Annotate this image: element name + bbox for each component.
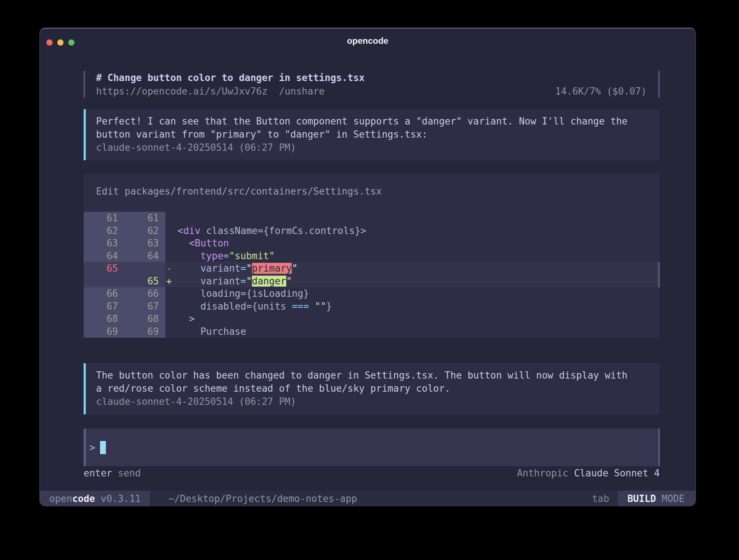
app-version-chip: opencode v0.3.11 <box>40 491 150 506</box>
diff-code-line <box>165 212 660 225</box>
diff-code-line: - variant="primary" <box>165 262 658 275</box>
old-line-number <box>84 275 125 288</box>
token-usage: 14.6K/7% ($0.07) <box>555 85 647 98</box>
new-line-number: 68 <box>125 312 165 325</box>
provider-name: Anthropic <box>517 467 568 480</box>
diff-code-line: + variant="danger" <box>165 275 658 288</box>
diff-row: 6161 <box>84 212 660 225</box>
diff-code-line: > <box>165 312 660 325</box>
titlebar: opencode <box>40 28 696 54</box>
diff-row: 6969 Purchase <box>84 325 660 338</box>
share-url-link[interactable]: https://opencode.ai/s/UwJxv76z <box>96 85 268 98</box>
new-line-number: 65 <box>125 275 165 288</box>
old-line-number: 66 <box>84 287 125 300</box>
diff-row: 6767 disabled={units === ""} <box>84 300 660 313</box>
tab-key-hint[interactable]: tab <box>592 493 609 504</box>
edit-file-path: Edit packages/frontend/src/containers/Se… <box>96 185 382 198</box>
app-name: open <box>49 493 72 504</box>
hint-row: enter send Anthropic Claude Sonnet 4 <box>84 467 660 480</box>
diff-code-line: disabled={units === ""} <box>165 300 660 313</box>
new-line-number: 62 <box>125 225 165 237</box>
new-line-number: 69 <box>125 325 165 338</box>
diff-row: 6464 type="submit" <box>84 250 660 262</box>
header-spacer <box>325 85 555 98</box>
enter-key-hint: enter <box>84 467 112 480</box>
diff-view: 61616262 <div className={formCs.controls… <box>84 212 660 338</box>
app-version: v0.3.11 <box>95 493 141 504</box>
diff-code-line: type="submit" <box>165 250 660 262</box>
old-line-number: 62 <box>84 225 125 237</box>
diff-row: 6868 > <box>84 312 660 325</box>
text-cursor <box>100 441 106 454</box>
window-title: opencode <box>40 36 696 46</box>
prompt-symbol: > <box>89 442 95 453</box>
assistant-message: The button color has been changed to dan… <box>84 363 660 414</box>
working-directory: ~/Desktop/Projects/demo-notes-app <box>168 493 357 504</box>
old-line-number: 69 <box>84 325 125 338</box>
unshare-command[interactable]: /unshare <box>279 85 325 98</box>
diff-code-line: Purchase <box>165 325 660 338</box>
message-line: a red/rose color scheme instead of the b… <box>96 382 660 395</box>
new-line-number: 67 <box>125 300 165 313</box>
session-title: # Change button color to danger in setti… <box>96 71 647 85</box>
diff-row: 6666 loading={isLoading} <box>84 287 660 300</box>
session-header: # Change button color to danger in setti… <box>84 71 660 98</box>
prompt-input[interactable]: > <box>84 429 660 466</box>
old-line-number: 67 <box>84 300 125 313</box>
diff-code-line: loading={isLoading} <box>165 287 660 300</box>
status-bar: opencode v0.3.11 ~/Desktop/Projects/demo… <box>40 491 696 506</box>
mode-chip: BUILD MODE <box>618 491 696 506</box>
diff-code-line: <Button <box>165 237 660 250</box>
message-line: Perfect! I can see that the Button compo… <box>96 115 660 128</box>
old-line-number: 64 <box>84 250 125 262</box>
message-line: The button color has been changed to dan… <box>96 369 660 382</box>
send-action-hint: send <box>118 467 141 480</box>
diff-row: 6262 <div className={formCs.controls}> <box>84 225 660 237</box>
new-line-number <box>125 262 165 275</box>
diff-row: 65+ variant="danger" <box>84 275 660 288</box>
assistant-message: Perfect! I can see that the Button compo… <box>84 109 660 160</box>
old-line-number: 68 <box>84 312 125 325</box>
new-line-number: 64 <box>125 250 165 262</box>
old-line-number: 61 <box>84 212 125 225</box>
diff-code-line: <div className={formCs.controls}> <box>165 225 660 237</box>
edit-tool-card: Edit packages/frontend/src/containers/Se… <box>84 174 660 338</box>
diff-row: 65- variant="primary" <box>84 262 660 275</box>
message-line: button variant from "primary" to "danger… <box>96 128 660 141</box>
diff-row: 6363 <Button <box>84 237 660 250</box>
old-line-number: 65 <box>84 262 125 275</box>
opencode-window: opencode # Change button color to danger… <box>39 28 696 506</box>
model-name: Claude Sonnet 4 <box>574 467 660 480</box>
new-line-number: 61 <box>125 212 165 225</box>
message-meta: claude-sonnet-4-20250514 (06:27 PM) <box>96 395 660 408</box>
old-line-number: 63 <box>84 237 125 250</box>
message-meta: claude-sonnet-4-20250514 (06:27 PM) <box>96 141 660 154</box>
mode-label: BUILD <box>627 493 656 504</box>
new-line-number: 66 <box>125 287 165 300</box>
new-line-number: 63 <box>125 237 165 250</box>
